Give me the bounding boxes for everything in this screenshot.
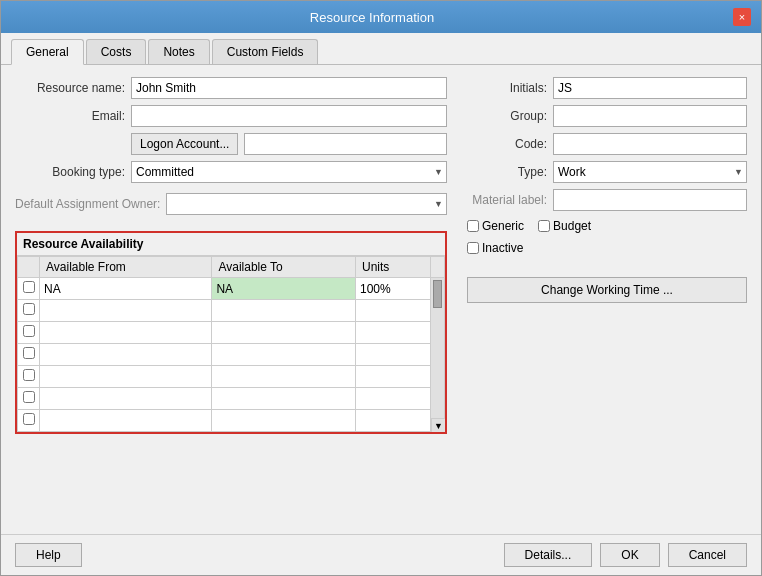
units-cell[interactable]	[356, 322, 431, 344]
resource-name-row: Resource name:	[15, 77, 447, 99]
default-owner-label: Default Assignment Owner:	[15, 197, 160, 211]
tab-notes[interactable]: Notes	[148, 39, 209, 64]
from-cell[interactable]	[40, 410, 212, 432]
to-cell[interactable]	[212, 322, 356, 344]
booking-type-wrapper: Committed Proposed ▼	[131, 161, 447, 183]
change-working-time-button[interactable]: Change Working Time ...	[467, 277, 747, 303]
logon-account-button[interactable]: Logon Account...	[131, 133, 238, 155]
table-row	[18, 322, 445, 344]
units-cell[interactable]	[356, 388, 431, 410]
units-cell[interactable]	[356, 366, 431, 388]
code-input[interactable]	[553, 133, 747, 155]
row-checkbox[interactable]	[18, 366, 40, 388]
row-checkbox[interactable]	[18, 388, 40, 410]
default-owner-select[interactable]	[166, 193, 447, 215]
col-available-from: Available From	[40, 257, 212, 278]
resource-name-input[interactable]	[131, 77, 447, 99]
table-row	[18, 366, 445, 388]
from-cell[interactable]	[40, 322, 212, 344]
col-scroll	[431, 257, 445, 278]
col-available-to: Available To	[212, 257, 356, 278]
booking-type-select[interactable]: Committed Proposed	[131, 161, 447, 183]
availability-section: Resource Availability Available From Ava…	[15, 231, 447, 434]
type-select[interactable]: Work Material Cost	[553, 161, 747, 183]
from-cell[interactable]	[40, 344, 212, 366]
col-units: Units	[356, 257, 431, 278]
units-cell[interactable]	[356, 300, 431, 322]
initials-row: Initials:	[467, 77, 747, 99]
left-column: Resource name: Email: Logon Account... B…	[15, 77, 447, 434]
row-checkbox[interactable]	[18, 322, 40, 344]
row-checkbox[interactable]	[18, 410, 40, 432]
table-row	[18, 344, 445, 366]
row-checkbox[interactable]	[18, 278, 40, 300]
type-row: Type: Work Material Cost ▼	[467, 161, 747, 183]
footer: Help Details... OK Cancel	[1, 534, 761, 575]
footer-right: Details... OK Cancel	[504, 543, 747, 567]
from-cell[interactable]	[40, 366, 212, 388]
help-button[interactable]: Help	[15, 543, 82, 567]
units-cell[interactable]	[356, 344, 431, 366]
tab-bar: General Costs Notes Custom Fields	[1, 33, 761, 65]
units-cell[interactable]	[356, 410, 431, 432]
details-button[interactable]: Details...	[504, 543, 593, 567]
from-cell[interactable]: NA	[40, 278, 212, 300]
booking-type-label: Booking type:	[15, 165, 125, 179]
booking-type-row: Booking type: Committed Proposed ▼	[15, 161, 447, 183]
form-section: Resource name: Email: Logon Account... B…	[15, 77, 747, 434]
type-wrapper: Work Material Cost ▼	[553, 161, 747, 183]
budget-checkbox[interactable]	[538, 220, 550, 232]
availability-title: Resource Availability	[17, 233, 445, 256]
budget-label: Budget	[553, 219, 591, 233]
generic-label: Generic	[482, 219, 524, 233]
availability-table: Available From Available To Units NA	[17, 256, 445, 432]
email-label: Email:	[15, 109, 125, 123]
tab-costs[interactable]: Costs	[86, 39, 147, 64]
tab-general[interactable]: General	[11, 39, 84, 65]
tab-custom-fields[interactable]: Custom Fields	[212, 39, 319, 64]
type-label: Type:	[467, 165, 547, 179]
units-cell[interactable]: 100%	[356, 278, 431, 300]
to-cell[interactable]	[212, 388, 356, 410]
default-owner-row: Default Assignment Owner: ▼	[15, 193, 447, 215]
row-checkbox[interactable]	[18, 300, 40, 322]
to-cell[interactable]	[212, 366, 356, 388]
code-row: Code:	[467, 133, 747, 155]
group-row: Group:	[467, 105, 747, 127]
to-cell[interactable]	[212, 344, 356, 366]
group-label: Group:	[467, 109, 547, 123]
footer-left: Help	[15, 543, 82, 567]
material-label-input[interactable]	[553, 189, 747, 211]
table-row	[18, 300, 445, 322]
table-row	[18, 410, 445, 432]
resource-information-dialog: Resource Information × General Costs Not…	[0, 0, 762, 576]
initials-label: Initials:	[467, 81, 547, 95]
to-cell[interactable]	[212, 410, 356, 432]
resource-name-label: Resource name:	[15, 81, 125, 95]
inactive-checkbox[interactable]	[467, 242, 479, 254]
cancel-button[interactable]: Cancel	[668, 543, 747, 567]
scroll-down-icon[interactable]: ▼	[431, 418, 445, 432]
checkbox-group: Generic Budget	[467, 219, 747, 233]
close-button[interactable]: ×	[733, 8, 751, 26]
generic-checkbox-item: Generic	[467, 219, 524, 233]
material-label: Material label:	[467, 193, 547, 207]
inactive-label: Inactive	[482, 241, 523, 255]
row-checkbox[interactable]	[18, 344, 40, 366]
to-cell[interactable]: NA	[212, 278, 356, 300]
main-content: Resource name: Email: Logon Account... B…	[1, 65, 761, 534]
email-input[interactable]	[131, 105, 447, 127]
code-label: Code:	[467, 137, 547, 151]
logon-account-input[interactable]	[244, 133, 447, 155]
initials-input[interactable]	[553, 77, 747, 99]
to-cell[interactable]	[212, 300, 356, 322]
right-column: Initials: Group: Code: Type:	[467, 77, 747, 434]
from-cell[interactable]	[40, 300, 212, 322]
generic-checkbox[interactable]	[467, 220, 479, 232]
ok-button[interactable]: OK	[600, 543, 659, 567]
group-input[interactable]	[553, 105, 747, 127]
col-checkbox	[18, 257, 40, 278]
from-cell[interactable]	[40, 388, 212, 410]
default-owner-wrapper: ▼	[166, 193, 447, 215]
logon-row: Logon Account...	[15, 133, 447, 155]
